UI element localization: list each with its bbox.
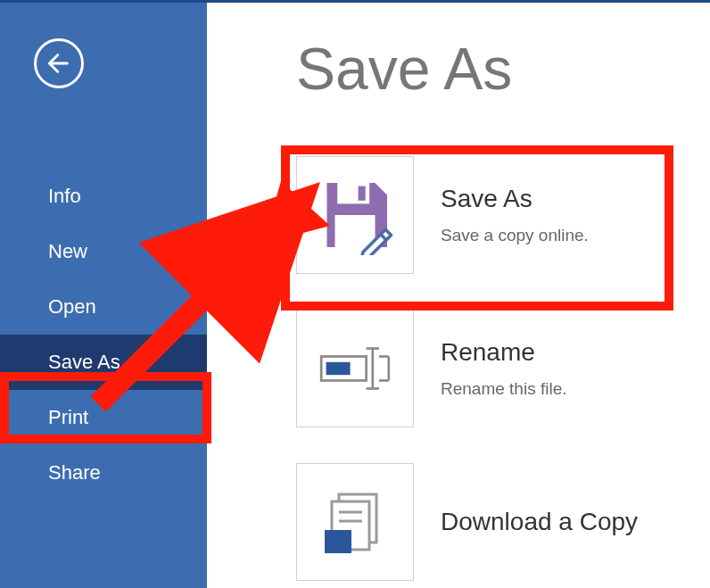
svg-rect-1 — [359, 186, 366, 201]
option-icon-box — [296, 156, 414, 274]
sidebar-item-print[interactable]: Print — [0, 390, 207, 445]
sidebar-item-label: Share — [48, 461, 101, 484]
sidebar-item-info[interactable]: Info — [0, 169, 207, 224]
option-save-as[interactable]: Save As Save a copy online. — [296, 156, 710, 274]
main-panel: Save As Save As Save a copy online. — [207, 3, 710, 588]
svg-rect-4 — [326, 362, 351, 375]
sidebar-item-open[interactable]: Open — [0, 279, 207, 335]
option-icon-box — [296, 463, 414, 581]
option-title: Rename — [441, 338, 567, 367]
option-text: Download a Copy — [441, 508, 638, 536]
option-rename[interactable]: Rename Rename this file. — [296, 310, 710, 427]
back-button[interactable] — [34, 38, 84, 88]
sidebar: Info New Open Save As Print Share — [0, 3, 207, 588]
sidebar-item-label: Info — [48, 185, 81, 207]
sidebar-item-label: Open — [48, 295, 96, 318]
sidebar-item-label: Save As — [48, 351, 120, 373]
sidebar-item-save-as[interactable]: Save As — [0, 335, 207, 390]
sidebar-item-label: New — [48, 240, 87, 262]
option-title: Save As — [441, 185, 589, 213]
page-title: Save As — [296, 35, 710, 103]
rename-icon — [315, 342, 395, 395]
option-desc: Rename this file. — [441, 379, 567, 399]
option-text: Save As Save a copy online. — [441, 185, 589, 245]
sidebar-item-label: Print — [48, 406, 88, 428]
svg-rect-13 — [325, 530, 351, 553]
option-text: Rename Rename this file. — [441, 338, 567, 399]
option-desc: Save a copy online. — [441, 226, 589, 245]
save-icon — [315, 175, 395, 255]
sidebar-menu: Info New Open Save As Print Share — [0, 169, 207, 501]
option-title: Download a Copy — [441, 508, 638, 536]
option-icon-box — [296, 310, 414, 427]
download-icon — [319, 491, 391, 553]
sidebar-item-share[interactable]: Share — [0, 445, 207, 501]
svg-rect-2 — [335, 215, 376, 247]
option-download-copy[interactable]: Download a Copy — [296, 463, 710, 581]
sidebar-item-new[interactable]: New — [0, 224, 207, 279]
arrow-left-icon — [45, 49, 73, 78]
